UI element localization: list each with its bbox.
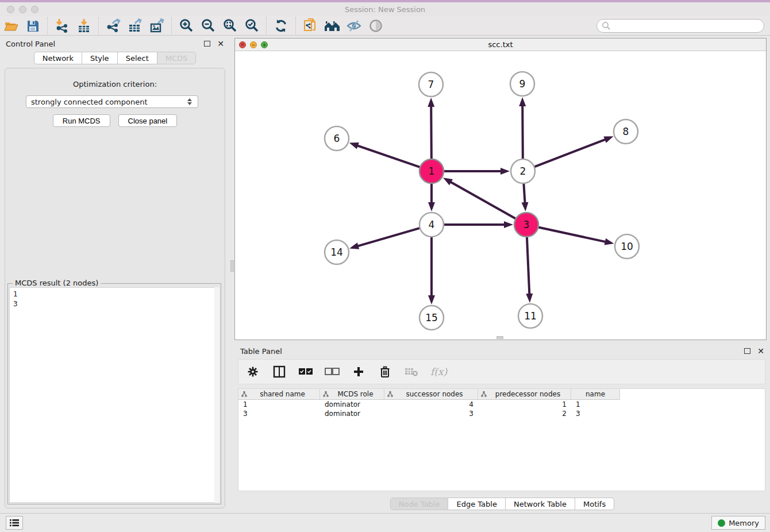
graph-edge-3-10[interactable] (538, 227, 606, 242)
import-table-icon (76, 18, 92, 34)
close-panel-button[interactable]: Close panel (118, 114, 178, 127)
zoom-fit-button[interactable] (219, 17, 241, 34)
graph-node-label-1: 1 (429, 165, 435, 177)
select-all-button[interactable] (298, 364, 313, 379)
delete-column-button[interactable] (378, 364, 392, 379)
tab-node-table[interactable]: Node Table (390, 498, 449, 510)
task-history-button[interactable] (6, 516, 23, 530)
graph-edge-3-11[interactable] (527, 236, 529, 295)
home-view-button[interactable] (321, 17, 343, 34)
search-input[interactable] (611, 20, 764, 32)
graph-node-label-7: 7 (428, 79, 434, 90)
table-cell[interactable]: 1 (238, 400, 320, 409)
tab-edge-table[interactable]: Edge Table (448, 498, 505, 510)
open-session-button[interactable] (0, 17, 22, 34)
export-network-button[interactable] (102, 17, 124, 34)
graph-edge-2-8[interactable] (534, 139, 606, 167)
zoom-in-button[interactable] (175, 17, 197, 34)
tab-network[interactable]: Network (34, 52, 82, 64)
network-canvas[interactable]: 7968124314101511 (235, 51, 766, 340)
criterion-value: strongly connected component (31, 98, 187, 106)
table-cell[interactable]: 3 (571, 409, 620, 418)
graph-edge-2-9[interactable] (522, 105, 523, 160)
close-panel-icon[interactable]: ✕ (217, 40, 224, 48)
show-panel-button[interactable] (365, 17, 387, 34)
graph-edge-1-6[interactable] (357, 145, 421, 167)
graph-edge-1-7[interactable] (431, 106, 432, 160)
eye-slash-icon (346, 18, 362, 33)
column-header-label: predecessor nodes (487, 390, 568, 398)
export-image-button[interactable] (146, 17, 168, 34)
table-row[interactable]: 1dominator411 (238, 400, 765, 409)
function-builder-button[interactable]: f(x) (430, 366, 447, 377)
show-column-button[interactable] (272, 364, 287, 379)
column-header-successor-nodes[interactable]: successor nodes (384, 389, 478, 400)
memory-label: Memory (729, 519, 759, 527)
table-cell[interactable]: 4 (384, 400, 478, 409)
run-mcds-button[interactable]: Run MCDS (53, 114, 110, 127)
table-settings-button[interactable] (245, 364, 260, 379)
tab-mcds[interactable]: MCDS (157, 52, 197, 64)
column-header-predecessor-nodes[interactable]: predecessor nodes (478, 389, 571, 400)
unchecked-boxes-icon (325, 368, 340, 376)
import-network-button[interactable] (51, 17, 73, 34)
float-table-panel-icon[interactable] (744, 348, 750, 354)
node-table[interactable]: shared nameMCDS rolesuccessor nodesprede… (238, 388, 765, 491)
home-houses-icon (324, 18, 341, 33)
table-cell[interactable]: 3 (238, 409, 320, 418)
mcds-result-text[interactable]: 1 3 (9, 287, 220, 503)
refresh-layout-button[interactable] (270, 17, 292, 34)
column-header-shared-name[interactable]: shared name (238, 389, 320, 400)
eye-circle-icon (368, 18, 383, 33)
column-type-icon (387, 391, 394, 398)
graph-edge-2-3[interactable] (523, 183, 525, 203)
graph-edge-4-14[interactable] (357, 228, 421, 246)
fx-icon: f(x) (430, 366, 447, 377)
float-panel-icon[interactable] (204, 41, 210, 47)
deselect-all-button[interactable] (325, 364, 340, 379)
control-panel-title: Control Panel (6, 40, 204, 48)
network-window-titlebar[interactable]: ✕ − + scc.txt (235, 38, 766, 51)
table-header-row: shared nameMCDS rolesuccessor nodesprede… (238, 389, 765, 400)
table-cell[interactable]: 1 (571, 400, 620, 409)
toolbar-separator (47, 17, 48, 34)
canvas-resize-handle[interactable] (496, 336, 503, 339)
graph-edge-3-1[interactable] (450, 182, 516, 219)
column-header-name[interactable]: name (571, 389, 620, 400)
hide-panels-button[interactable] (343, 17, 365, 34)
table-row[interactable]: 3dominator323 (238, 409, 765, 418)
zoom-selected-button[interactable] (241, 17, 263, 34)
export-table-button[interactable] (124, 17, 146, 34)
optimization-criterion-label: Optimization criterion: (5, 80, 225, 88)
table-cell[interactable]: dominator (320, 400, 384, 409)
delete-table-button[interactable] (404, 364, 419, 379)
column-header-MCDS-role[interactable]: MCDS role (320, 389, 384, 400)
tab-motifs[interactable]: Motifs (575, 498, 614, 510)
table-cell[interactable]: dominator (320, 409, 384, 418)
zoom-out-button[interactable] (197, 17, 219, 34)
close-table-panel-icon[interactable]: ✕ (757, 347, 764, 355)
tab-style[interactable]: Style (82, 52, 118, 64)
memory-button[interactable]: Memory (711, 516, 765, 530)
table-cell[interactable]: 3 (384, 409, 478, 418)
create-column-button[interactable] (351, 364, 366, 379)
graph-arrowhead (349, 242, 359, 249)
criterion-select[interactable]: strongly connected component (26, 95, 198, 108)
graph-arrowhead (443, 178, 453, 185)
zoom-selected-icon (244, 18, 260, 34)
app-title: Session: New Session (0, 5, 770, 14)
table-cell[interactable]: 2 (478, 409, 571, 418)
graph-node-label-8: 8 (623, 126, 629, 137)
tab-select[interactable]: Select (118, 52, 157, 64)
table-cell[interactable]: 1 (478, 400, 571, 409)
graph-arrowhead (428, 295, 435, 304)
result-scrollbar[interactable] (214, 287, 220, 503)
split-divider-handle[interactable] (230, 260, 234, 272)
tab-network-table[interactable]: Network Table (506, 498, 575, 510)
search-icon (602, 21, 611, 30)
graph-arrowhead (519, 97, 526, 106)
save-session-button[interactable] (22, 17, 44, 34)
import-table-button[interactable] (73, 17, 95, 34)
mcds-tab-content: Optimization criterion: strongly connect… (5, 68, 225, 508)
clone-network-button[interactable] (299, 17, 321, 34)
